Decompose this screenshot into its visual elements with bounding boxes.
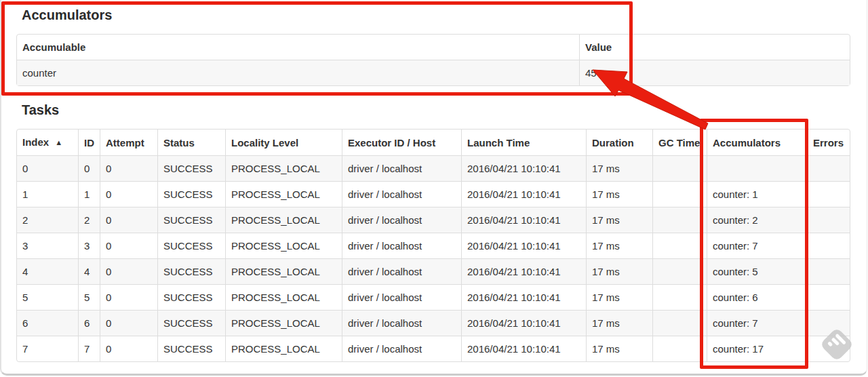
task-cell-executor-id-host: driver / localhost: [342, 207, 461, 233]
col-header-status[interactable]: Status: [157, 130, 225, 155]
task-cell-attempt: 0: [100, 207, 157, 233]
task-cell-errors: [807, 207, 850, 233]
task-cell-errors: [807, 181, 850, 207]
task-cell-index: 7: [17, 336, 78, 361]
task-cell-status: SUCCESS: [157, 207, 225, 233]
task-cell-errors: [807, 284, 850, 310]
task-cell-executor-id-host: driver / localhost: [342, 181, 461, 207]
task-cell-index: 0: [17, 155, 78, 181]
task-cell-locality-level: PROCESS_LOCAL: [225, 181, 342, 207]
accumulators-section: Accumulators Accumulable Value counter 4…: [16, 7, 849, 86]
spark-stage-detail-page: Accumulators Accumulable Value counter 4…: [0, 0, 868, 377]
task-cell-status: SUCCESS: [157, 233, 225, 258]
task-cell-attempt: 0: [100, 284, 157, 310]
task-cell-errors: [807, 233, 850, 258]
tasks-table: Index▲ ID Attempt Status Locality Level …: [16, 129, 850, 362]
col-header-attempt[interactable]: Attempt: [100, 130, 157, 155]
task-cell-index: 2: [17, 207, 78, 233]
task-row: 000SUCCESSPROCESS_LOCALdriver / localhos…: [17, 155, 850, 181]
col-header-gc-time[interactable]: GC Time: [652, 130, 707, 155]
task-cell-duration: 17 ms: [586, 284, 652, 310]
task-cell-executor-id-host: driver / localhost: [342, 284, 461, 310]
task-row: 660SUCCESSPROCESS_LOCALdriver / localhos…: [17, 310, 850, 336]
task-cell-locality-level: PROCESS_LOCAL: [225, 233, 342, 258]
task-cell-accumulators: [707, 155, 807, 181]
task-row: 440SUCCESSPROCESS_LOCALdriver / localhos…: [17, 258, 850, 284]
task-cell-launch-time: 2016/04/21 10:10:41: [461, 233, 586, 258]
task-cell-executor-id-host: driver / localhost: [342, 233, 461, 258]
task-cell-index: 5: [17, 284, 78, 310]
task-row: 110SUCCESSPROCESS_LOCALdriver / localhos…: [17, 181, 850, 207]
task-cell-gc-time: [652, 181, 707, 207]
task-cell-attempt: 0: [100, 233, 157, 258]
task-cell-executor-id-host: driver / localhost: [342, 155, 461, 181]
accumulable-column-header: Accumulable: [17, 35, 579, 60]
task-cell-accumulators: counter: 7: [707, 233, 807, 258]
accumulators-header-row: Accumulable Value: [17, 35, 850, 60]
task-cell-launch-time: 2016/04/21 10:10:41: [461, 207, 586, 233]
task-cell-attempt: 0: [100, 155, 157, 181]
task-cell-accumulators: counter: 5: [707, 258, 807, 284]
task-cell-executor-id-host: driver / localhost: [342, 336, 461, 361]
task-cell-attempt: 0: [100, 181, 157, 207]
task-cell-locality-level: PROCESS_LOCAL: [225, 155, 342, 181]
col-header-accumulators[interactable]: Accumulators: [707, 130, 807, 155]
task-cell-status: SUCCESS: [157, 336, 225, 361]
task-row: 550SUCCESSPROCESS_LOCALdriver / localhos…: [17, 284, 850, 310]
task-cell-gc-time: [652, 284, 707, 310]
task-cell-index: 6: [17, 310, 78, 336]
task-row: 220SUCCESSPROCESS_LOCALdriver / localhos…: [17, 207, 850, 233]
task-cell-id: 0: [78, 155, 100, 181]
task-cell-gc-time: [652, 233, 707, 258]
tasks-heading: Tasks: [22, 102, 849, 118]
col-header-index[interactable]: Index▲: [17, 130, 78, 155]
task-cell-launch-time: 2016/04/21 10:10:41: [461, 258, 586, 284]
col-header-launch-time[interactable]: Launch Time: [461, 130, 586, 155]
col-header-errors[interactable]: Errors: [807, 130, 850, 155]
task-cell-id: 6: [78, 310, 100, 336]
task-cell-gc-time: [652, 207, 707, 233]
task-cell-attempt: 0: [100, 336, 157, 361]
col-header-index-label: Index: [22, 136, 49, 148]
task-cell-id: 7: [78, 336, 100, 361]
task-row: 330SUCCESSPROCESS_LOCALdriver / localhos…: [17, 233, 850, 258]
task-cell-duration: 17 ms: [586, 207, 652, 233]
value-column-header: Value: [579, 35, 850, 60]
task-cell-status: SUCCESS: [157, 284, 225, 310]
tasks-section: Tasks Index▲ ID Attempt Status Locality …: [16, 102, 849, 362]
accumulators-heading: Accumulators: [22, 7, 849, 23]
task-cell-status: SUCCESS: [157, 155, 225, 181]
task-cell-duration: 17 ms: [586, 336, 652, 361]
task-cell-duration: 17 ms: [586, 310, 652, 336]
col-header-executor-id-host[interactable]: Executor ID / Host: [342, 130, 461, 155]
col-header-duration[interactable]: Duration: [586, 130, 652, 155]
task-cell-accumulators: counter: 1: [707, 181, 807, 207]
task-cell-locality-level: PROCESS_LOCAL: [225, 258, 342, 284]
task-cell-accumulators: counter: 6: [707, 284, 807, 310]
task-cell-locality-level: PROCESS_LOCAL: [225, 284, 342, 310]
task-cell-gc-time: [652, 336, 707, 361]
task-row: 770SUCCESSPROCESS_LOCALdriver / localhos…: [17, 336, 850, 361]
task-cell-index: 3: [17, 233, 78, 258]
sort-ascending-icon: ▲: [55, 136, 62, 150]
accumulable-value-cell: 45: [579, 60, 850, 85]
col-header-id[interactable]: ID: [78, 130, 100, 155]
task-cell-status: SUCCESS: [157, 181, 225, 207]
task-cell-launch-time: 2016/04/21 10:10:41: [461, 310, 586, 336]
task-cell-index: 1: [17, 181, 78, 207]
task-cell-launch-time: 2016/04/21 10:10:41: [461, 155, 586, 181]
accumulable-name-cell: counter: [17, 60, 579, 85]
task-cell-gc-time: [652, 258, 707, 284]
task-cell-launch-time: 2016/04/21 10:10:41: [461, 284, 586, 310]
task-cell-attempt: 0: [100, 258, 157, 284]
task-cell-launch-time: 2016/04/21 10:10:41: [461, 336, 586, 361]
col-header-locality-level[interactable]: Locality Level: [225, 130, 342, 155]
task-cell-locality-level: PROCESS_LOCAL: [225, 336, 342, 361]
task-cell-status: SUCCESS: [157, 310, 225, 336]
task-cell-duration: 17 ms: [586, 181, 652, 207]
task-cell-gc-time: [652, 155, 707, 181]
accumulator-row: counter 45: [17, 60, 850, 85]
task-cell-errors: [807, 336, 850, 361]
task-cell-errors: [807, 155, 850, 181]
accumulators-table: Accumulable Value counter 45: [16, 34, 850, 86]
